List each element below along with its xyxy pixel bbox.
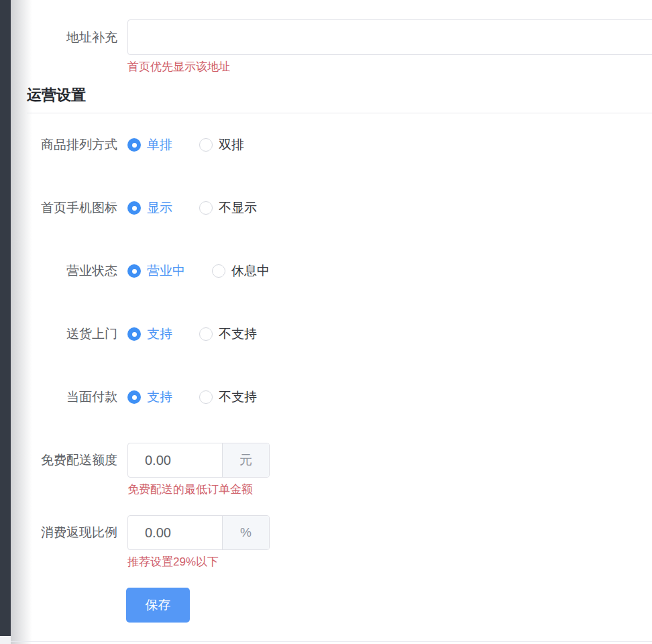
radio-option-show[interactable]: 显示 <box>127 199 172 217</box>
pay-in-person-label: 当面付款 <box>27 388 117 406</box>
radio-option-label[interactable]: 不支持 <box>219 325 257 343</box>
radio-unchecked-icon[interactable] <box>199 327 213 341</box>
radio-checked-icon[interactable] <box>127 264 141 278</box>
address-input[interactable] <box>127 19 652 55</box>
home-delivery-label: 送货上门 <box>27 325 117 343</box>
form-item-pay-in-person: 当面付款 支持 不支持 <box>27 380 652 415</box>
radio-option-label[interactable]: 双排 <box>219 136 244 154</box>
radio-option-supported[interactable]: 支持 <box>127 388 172 406</box>
radio-checked-icon[interactable] <box>127 201 141 215</box>
product-layout-label: 商品排列方式 <box>27 136 117 154</box>
cashback-ratio-label: 消费返现比例 <box>27 515 117 550</box>
address-label: 地址补充 <box>27 19 117 55</box>
cashback-ratio-input[interactable] <box>128 516 222 549</box>
radio-option-label[interactable]: 不显示 <box>219 199 257 217</box>
radio-option-single-row[interactable]: 单排 <box>127 136 172 154</box>
form-item-business-status: 营业状态 营业中 休息中 <box>27 254 652 288</box>
free-delivery-threshold-input[interactable] <box>128 443 222 477</box>
form-item-home-phone-icon: 首页手机图标 显示 不显示 <box>27 191 652 225</box>
business-status-label: 营业状态 <box>27 262 117 280</box>
radio-option-hide[interactable]: 不显示 <box>199 199 257 217</box>
radio-option-label[interactable]: 支持 <box>147 388 172 406</box>
radio-unchecked-icon[interactable] <box>212 264 225 278</box>
save-button[interactable]: 保存 <box>126 588 190 623</box>
form-item-cashback-ratio: 消费返现比例 % 推荐设置29%以下 <box>27 515 652 569</box>
home-delivery-radio-group: 支持 不支持 <box>127 325 257 343</box>
form-item-address: 地址补充 首页优先显示该地址 <box>27 19 652 74</box>
radio-option-double-row[interactable]: 双排 <box>199 136 244 154</box>
section-divider <box>27 113 652 113</box>
radio-option-label[interactable]: 休息中 <box>231 262 270 280</box>
radio-option-resting[interactable]: 休息中 <box>212 262 270 280</box>
sidebar-footer <box>0 636 11 644</box>
radio-option-label[interactable]: 显示 <box>147 199 172 217</box>
business-status-radio-group: 营业中 休息中 <box>127 262 270 280</box>
radio-option-open[interactable]: 营业中 <box>127 262 185 280</box>
radio-checked-icon[interactable] <box>127 138 141 152</box>
radio-option-not-supported[interactable]: 不支持 <box>199 325 257 343</box>
free-delivery-threshold-hint: 免费配送的最低订单金额 <box>127 483 652 496</box>
address-hint: 首页优先显示该地址 <box>127 60 652 74</box>
sidebar-edge <box>0 0 11 636</box>
section-title-operation-settings: 运营设置 <box>27 86 652 104</box>
form-item-product-layout: 商品排列方式 单排 双排 <box>27 127 652 162</box>
form-item-free-delivery-threshold: 免费配送额度 元 免费配送的最低订单金额 <box>27 443 652 496</box>
unit-yuan-suffix: 元 <box>223 443 269 477</box>
radio-unchecked-icon[interactable] <box>199 138 213 152</box>
free-delivery-threshold-label: 免费配送额度 <box>27 443 117 478</box>
radio-option-supported[interactable]: 支持 <box>127 325 172 343</box>
footer-divider <box>11 641 652 642</box>
cashback-ratio-input-group: % <box>127 515 270 550</box>
home-phone-icon-radio-group: 显示 不显示 <box>127 199 257 217</box>
radio-option-label[interactable]: 支持 <box>147 325 172 343</box>
radio-option-not-supported[interactable]: 不支持 <box>199 388 257 406</box>
unit-percent-suffix: % <box>223 516 269 549</box>
product-layout-radio-group: 单排 双排 <box>127 136 244 154</box>
form-actions: 保存 <box>126 588 652 623</box>
radio-option-label[interactable]: 营业中 <box>147 262 185 280</box>
home-phone-icon-label: 首页手机图标 <box>27 199 117 217</box>
settings-form: 地址补充 首页优先显示该地址 运营设置 商品排列方式 单排 双排 首页手机图标 <box>27 0 652 623</box>
radio-option-label[interactable]: 不支持 <box>219 388 257 406</box>
cashback-ratio-hint: 推荐设置29%以下 <box>127 555 652 569</box>
radio-checked-icon[interactable] <box>127 327 141 341</box>
pay-in-person-radio-group: 支持 不支持 <box>127 388 257 406</box>
radio-checked-icon[interactable] <box>127 390 141 404</box>
radio-unchecked-icon[interactable] <box>199 201 213 215</box>
radio-option-label[interactable]: 单排 <box>147 136 172 154</box>
form-item-home-delivery: 送货上门 支持 不支持 <box>27 317 652 352</box>
radio-unchecked-icon[interactable] <box>199 390 213 404</box>
free-delivery-threshold-input-group: 元 <box>127 443 270 478</box>
